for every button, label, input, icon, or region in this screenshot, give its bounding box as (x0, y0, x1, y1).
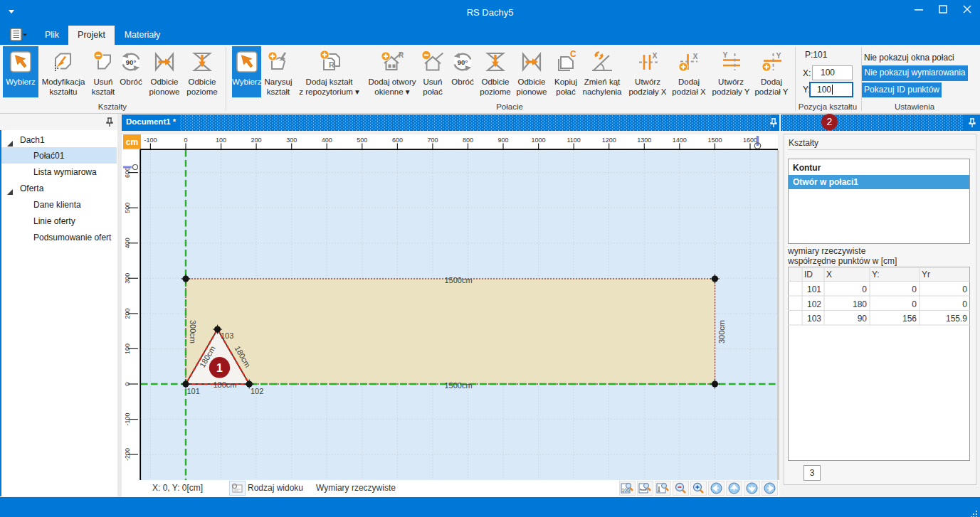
svg-text:300cm: 300cm (189, 320, 197, 343)
svg-text:-100: -100 (144, 137, 157, 144)
svg-text:0: 0 (912, 299, 917, 309)
svg-text:101: 101 (807, 284, 821, 294)
svg-text:X: X (826, 270, 832, 279)
svg-text:C: C (570, 50, 576, 59)
svg-text:ID: ID (804, 270, 813, 279)
svg-text:1200: 1200 (602, 137, 616, 144)
svg-text:Y:: Y: (872, 270, 880, 279)
svg-text:102: 102 (807, 299, 821, 309)
svg-text:0: 0 (962, 284, 967, 294)
svg-text:200: 200 (251, 137, 262, 144)
svg-text:Yr: Yr (922, 270, 930, 279)
svg-text:300cm: 300cm (717, 320, 726, 343)
svg-text:1300: 1300 (637, 137, 651, 144)
svg-text:0: 0 (862, 284, 867, 294)
svg-text:100: 100 (216, 137, 226, 144)
svg-text:180cm: 180cm (213, 380, 236, 389)
svg-text:R: R (329, 60, 334, 69)
svg-text:156: 156 (902, 314, 917, 324)
svg-text:101: 101 (187, 387, 200, 395)
svg-text:102: 102 (251, 387, 263, 395)
svg-text:400: 400 (322, 137, 332, 144)
svg-text:1: 1 (216, 362, 223, 374)
svg-text:700: 700 (427, 137, 438, 144)
svg-text:1600: 1600 (743, 137, 757, 144)
svg-text:103: 103 (807, 314, 821, 324)
svg-text:90: 90 (858, 314, 868, 324)
svg-text:1000: 1000 (532, 137, 546, 144)
svg-text:155.9: 155.9 (946, 314, 967, 324)
svg-text:1500cm: 1500cm (444, 381, 472, 390)
svg-text:0: 0 (962, 299, 967, 309)
svg-text:500: 500 (357, 137, 367, 144)
svg-text:103: 103 (221, 331, 233, 340)
svg-text:1500: 1500 (707, 137, 722, 144)
svg-text:180: 180 (853, 299, 867, 309)
svg-text:1100: 1100 (567, 137, 581, 144)
svg-text:900: 900 (497, 137, 508, 144)
svg-text:600: 600 (392, 137, 403, 144)
svg-text:cm: cm (126, 137, 138, 147)
svg-text:1500cm: 1500cm (444, 276, 472, 284)
svg-text:0: 0 (912, 284, 917, 294)
svg-text:0: 0 (184, 137, 187, 144)
svg-text:300: 300 (286, 137, 297, 144)
svg-text:R: R (399, 51, 404, 59)
svg-text:800: 800 (463, 137, 473, 144)
svg-text:1400: 1400 (673, 137, 687, 144)
